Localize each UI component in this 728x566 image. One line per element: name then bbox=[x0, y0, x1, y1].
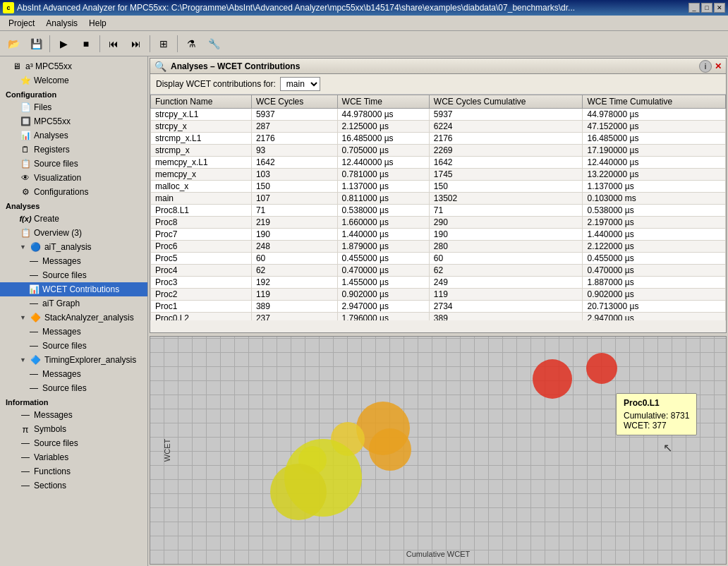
sidebar-ait-label: aiT_analysis bbox=[44, 242, 92, 252]
sidebar-registers[interactable]: 🗒 Registers bbox=[0, 143, 147, 157]
sidebar-source-files-config[interactable]: 📋 Source files bbox=[0, 157, 147, 171]
sidebar-source-files-info-label: Source files bbox=[34, 438, 78, 448]
table-row[interactable]: Proc71901.440000 µs1901.440000 µs bbox=[151, 229, 726, 241]
col-wce-time-cum[interactable]: WCE Time Cumulative bbox=[583, 95, 726, 109]
col-function-name[interactable]: Function Name bbox=[151, 95, 252, 109]
tooltip-cumulative: Cumulative: 8731 bbox=[624, 411, 689, 421]
sidebar-timing-source-files[interactable]: — Source files bbox=[0, 381, 147, 395]
sidebar-top-node[interactable]: 🖥 a³ MPC55xx bbox=[0, 59, 147, 73]
sidebar-timing-label: TimingExplorer_analysis bbox=[44, 355, 136, 365]
table-row[interactable]: Proc82191.660000 µs2902.197000 µs bbox=[151, 217, 726, 229]
table-row[interactable]: Proc5600.455000 µs600.455000 µs bbox=[151, 253, 726, 265]
close-panel-button[interactable]: ✕ bbox=[715, 61, 722, 71]
sidebar-timing-analysis[interactable]: ▼ 🔷 TimingExplorer_analysis bbox=[0, 353, 147, 367]
table-row[interactable]: memcpy_x.L1164212.440000 µs164212.440000… bbox=[151, 157, 726, 169]
sidebar-overview[interactable]: 📋 Overview (3) bbox=[0, 226, 147, 240]
display-button[interactable]: ⊞ bbox=[153, 34, 174, 54]
sidebar-symbols-label: Symbols bbox=[34, 424, 66, 434]
sidebar-ait-source-label: Source files bbox=[42, 270, 87, 280]
maximize-button[interactable]: □ bbox=[701, 3, 712, 13]
table-row[interactable]: strcpy_x2872.125000 µs622447.152000 µs bbox=[151, 121, 726, 133]
save-button[interactable]: 💾 bbox=[25, 34, 47, 54]
filter-select[interactable]: main bbox=[280, 77, 320, 91]
stop-button[interactable]: ■ bbox=[75, 34, 97, 54]
tooltip-wcet: WCET: 377 bbox=[624, 421, 689, 430]
minimize-button[interactable]: _ bbox=[688, 3, 700, 13]
chart-bubble[interactable] bbox=[270, 464, 327, 520]
col-wce-cycles[interactable]: WCE Cycles bbox=[251, 95, 337, 109]
table-row[interactable]: Proc31921.455000 µs2491.887000 µs bbox=[151, 277, 726, 289]
table-row[interactable]: Proc0.L22371.796000 µs3892.947000 µs bbox=[151, 313, 726, 321]
stack-arrow: ▼ bbox=[20, 314, 26, 321]
sidebar-viz-label: Visualization bbox=[34, 173, 81, 183]
open-button[interactable]: 📂 bbox=[3, 34, 24, 54]
info-msg-icon: — bbox=[20, 409, 31, 421]
table-row[interactable]: Proc62481.879000 µs2802.122000 µs bbox=[151, 241, 726, 253]
src-info-icon: — bbox=[20, 438, 31, 449]
sidebar-stack-source-files[interactable]: — Source files bbox=[0, 339, 147, 353]
sidebar-timing-messages[interactable]: — Messages bbox=[0, 367, 147, 381]
files-icon: 📄 bbox=[20, 102, 31, 113]
sidebar-stack-messages[interactable]: — Messages bbox=[0, 325, 147, 339]
tooltip-title: Proc0.L1 bbox=[624, 398, 689, 408]
table-row[interactable]: Proc21190.902000 µs1190.902000 µs bbox=[151, 289, 726, 301]
functions-icon: — bbox=[20, 466, 31, 477]
sidebar-wcet-label: WCET Contributions bbox=[42, 284, 119, 294]
sidebar-ait-graph[interactable]: — aiT Graph bbox=[0, 296, 147, 311]
chart-bubble[interactable] bbox=[369, 428, 411, 471]
sidebar-analyses-config[interactable]: 📊 Analyses bbox=[0, 128, 147, 143]
sidebar-create[interactable]: f(x) Create bbox=[0, 212, 147, 226]
sidebar-files[interactable]: 📄 Files bbox=[0, 100, 147, 114]
menu-help[interactable]: Help bbox=[83, 17, 112, 30]
table-row[interactable]: Proc13892.947000 µs273420.713000 µs bbox=[151, 301, 726, 313]
sidebar-variables[interactable]: — Variables bbox=[0, 450, 147, 464]
table-row[interactable]: memcpy_x1030.781000 µs174513.220000 µs bbox=[151, 169, 726, 181]
sidebar-info-messages[interactable]: — Messages bbox=[0, 408, 147, 422]
table-row[interactable]: strcmp_x930.705000 µs226917.190000 µs bbox=[151, 145, 726, 157]
filter-label: Display WCET contributions for: bbox=[156, 79, 276, 89]
chart-bubble[interactable] bbox=[586, 353, 617, 384]
table-row[interactable]: Proc4620.470000 µs620.470000 µs bbox=[151, 265, 726, 277]
menu-project[interactable]: Project bbox=[3, 17, 40, 30]
chart-area[interactable]: WCET Cumulative WCET Proc0.L1 Cumulative… bbox=[150, 337, 726, 564]
sidebar-functions[interactable]: — Functions bbox=[0, 464, 147, 478]
sidebar-stack-source-label: Source files bbox=[42, 341, 87, 351]
sidebar-symbols[interactable]: π Symbols bbox=[0, 422, 147, 436]
table-row[interactable]: main1070.811000 µs135020.103000 ms bbox=[151, 193, 726, 205]
chart-bubble[interactable] bbox=[533, 359, 572, 399]
table-row[interactable]: Proc8.L1710.538000 µs710.538000 µs bbox=[151, 205, 726, 217]
run-button[interactable]: ▶ bbox=[53, 34, 74, 54]
menu-analysis[interactable]: Analysis bbox=[40, 17, 83, 30]
table-row[interactable]: strcpy_x.L1593744.978000 µs593744.978000… bbox=[151, 109, 726, 121]
sidebar-ait-analysis[interactable]: ▼ 🔵 aiT_analysis bbox=[0, 240, 147, 254]
col-wce-cycles-cum[interactable]: WCE Cycles Cumulative bbox=[429, 95, 583, 109]
sidebar-variables-label: Variables bbox=[34, 452, 68, 462]
step-forward-button[interactable]: ⏭ bbox=[126, 34, 147, 54]
title-bar-buttons[interactable]: _ □ ✕ bbox=[688, 3, 725, 13]
close-button[interactable]: ✕ bbox=[714, 3, 725, 13]
sidebar-sections[interactable]: — Sections bbox=[0, 478, 147, 493]
sidebar-ait-source-files[interactable]: — Source files bbox=[0, 268, 147, 282]
sidebar-stack-analysis[interactable]: ▼ 🔶 StackAnalyzer_analysis bbox=[0, 311, 147, 325]
sidebar-wcet-contributions[interactable]: 📊 WCET Contributions bbox=[0, 282, 147, 296]
sidebar-visualization[interactable]: 👁 Visualization bbox=[0, 171, 147, 185]
sidebar-configurations[interactable]: ⚙ Configurations bbox=[0, 185, 147, 199]
sidebar-analyses-label: Analyses bbox=[34, 131, 68, 140]
info-button[interactable]: i bbox=[699, 60, 712, 73]
table-row[interactable]: strcmp_x.L1217616.485000 µs217616.485000… bbox=[151, 133, 726, 145]
sidebar-timing-source-label: Source files bbox=[42, 383, 87, 393]
sidebar-ait-messages-label: Messages bbox=[42, 256, 81, 266]
filter-button[interactable]: ⚗ bbox=[181, 34, 202, 54]
sidebar-welcome[interactable]: ⭐ Welcome bbox=[0, 73, 147, 88]
sidebar-create-label: Create bbox=[34, 214, 59, 224]
sidebar-mpc55xx[interactable]: 🔲 MPC55xx bbox=[0, 114, 147, 128]
search-icon[interactable]: 🔍 bbox=[154, 61, 166, 72]
table-scroll[interactable]: Function Name WCE Cycles WCE Time WCE Cy… bbox=[150, 95, 726, 320]
sidebar-source-files-info[interactable]: — Source files bbox=[0, 436, 147, 450]
settings-button[interactable]: 🔧 bbox=[203, 34, 224, 54]
table-row[interactable]: malloc_x1501.137000 µs1501.137000 µs bbox=[151, 181, 726, 193]
step-back-button[interactable]: ⏮ bbox=[103, 34, 124, 54]
col-wce-time[interactable]: WCE Time bbox=[337, 95, 429, 109]
sidebar-ait-messages[interactable]: — Messages bbox=[0, 254, 147, 268]
chip-icon: 🔲 bbox=[20, 116, 31, 127]
